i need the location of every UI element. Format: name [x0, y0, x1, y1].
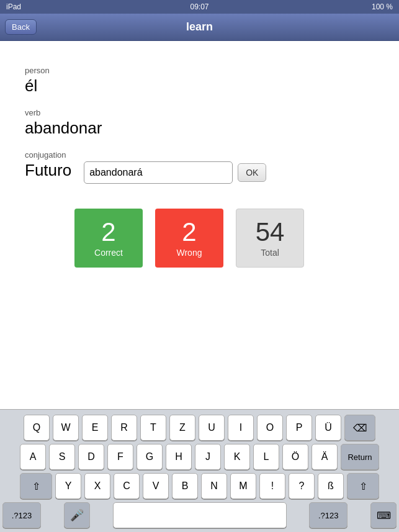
correct-box: 2 Correct — [74, 209, 143, 268]
conjugation-row: conjugation Futuro OK — [25, 150, 374, 184]
key-q[interactable]: Q — [24, 415, 50, 441]
key-j[interactable]: J — [195, 444, 221, 470]
conjugation-input[interactable] — [84, 161, 233, 184]
battery-label: 100 % — [372, 2, 393, 11]
conjugation-right: OK — [84, 161, 266, 184]
number-key-left[interactable]: .?123 — [2, 502, 41, 528]
back-button[interactable]: Back — [5, 19, 37, 35]
status-bar: iPad 09:07 100 % — [0, 0, 399, 14]
correct-number: 2 — [101, 219, 115, 245]
nav-title: learn — [186, 20, 213, 34]
delete-key[interactable]: ⌫ — [344, 415, 375, 441]
key-w[interactable]: W — [53, 415, 79, 441]
key-question[interactable]: ? — [289, 473, 315, 499]
key-ü[interactable]: Ü — [315, 415, 341, 441]
space-key[interactable] — [113, 502, 287, 528]
mic-key[interactable]: 🎤 — [64, 502, 90, 528]
key-exclaim[interactable]: ! — [259, 473, 285, 499]
total-label: Total — [261, 248, 279, 258]
ok-button[interactable]: OK — [238, 163, 266, 182]
key-i[interactable]: I — [228, 415, 254, 441]
key-e[interactable]: E — [82, 415, 108, 441]
key-d[interactable]: D — [78, 444, 104, 470]
key-b[interactable]: B — [172, 473, 198, 499]
keyboard-row-1: Q W E R T Z U I O P Ü ⌫ — [2, 415, 397, 441]
key-c[interactable]: C — [114, 473, 140, 499]
wrong-number: 2 — [182, 219, 196, 245]
key-u[interactable]: U — [199, 415, 225, 441]
key-x[interactable]: X — [84, 473, 110, 499]
keyboard-row-2: A S D F G H J K L Ö Ä Return — [2, 444, 397, 470]
nav-bar: Back learn — [0, 14, 399, 41]
main-content: person él verb abandonar conjugation Fut… — [0, 41, 399, 280]
conjugation-value: Futuro — [25, 161, 71, 180]
key-o[interactable]: O — [257, 415, 283, 441]
conjugation-left: conjugation Futuro — [25, 150, 71, 180]
person-group: person él — [25, 66, 374, 96]
key-ss[interactable]: ß — [318, 473, 344, 499]
key-f[interactable]: F — [107, 444, 133, 470]
total-box: 54 Total — [236, 209, 304, 268]
total-number: 54 — [256, 219, 285, 245]
key-a[interactable]: A — [20, 444, 46, 470]
key-ö[interactable]: Ö — [282, 444, 308, 470]
key-h[interactable]: H — [166, 444, 192, 470]
key-y[interactable]: Y — [55, 473, 81, 499]
shift-right-key[interactable]: ⇧ — [347, 473, 379, 499]
key-l[interactable]: L — [253, 444, 279, 470]
keyboard-switch-key[interactable]: ⌨ — [370, 502, 397, 528]
verb-group: verb abandonar — [25, 108, 374, 138]
key-s[interactable]: S — [49, 444, 75, 470]
key-m[interactable]: M — [230, 473, 256, 499]
key-n[interactable]: N — [201, 473, 227, 499]
person-value: él — [25, 76, 374, 96]
number-key-right[interactable]: .?123 — [309, 502, 347, 528]
wrong-label: Wrong — [177, 248, 202, 258]
keyboard-bottom-row: .?123 🎤 .?123 ⌨ — [2, 502, 397, 528]
key-t[interactable]: T — [140, 415, 166, 441]
verb-label: verb — [25, 108, 374, 117]
person-label: person — [25, 66, 374, 75]
conjugation-label: conjugation — [25, 150, 71, 160]
key-p[interactable]: P — [286, 415, 312, 441]
key-g[interactable]: G — [137, 444, 163, 470]
correct-label: Correct — [94, 248, 123, 258]
key-k[interactable]: K — [224, 444, 250, 470]
key-r[interactable]: R — [111, 415, 137, 441]
wrong-box: 2 Wrong — [155, 209, 223, 268]
keyboard-row-3: ⇧ Y X C V B N M ! ? ß ⇧ — [2, 473, 397, 499]
score-section: 2 Correct 2 Wrong 54 Total — [74, 209, 374, 268]
return-key[interactable]: Return — [341, 444, 379, 470]
key-v[interactable]: V — [143, 473, 169, 499]
verb-value: abandonar — [25, 119, 374, 138]
time-label: 09:07 — [190, 2, 208, 11]
shift-left-key[interactable]: ⇧ — [20, 473, 52, 499]
device-label: iPad — [6, 2, 21, 11]
keyboard: Q W E R T Z U I O P Ü ⌫ A S D F G H J K … — [0, 409, 399, 532]
key-z[interactable]: Z — [169, 415, 195, 441]
key-ä[interactable]: Ä — [312, 444, 338, 470]
